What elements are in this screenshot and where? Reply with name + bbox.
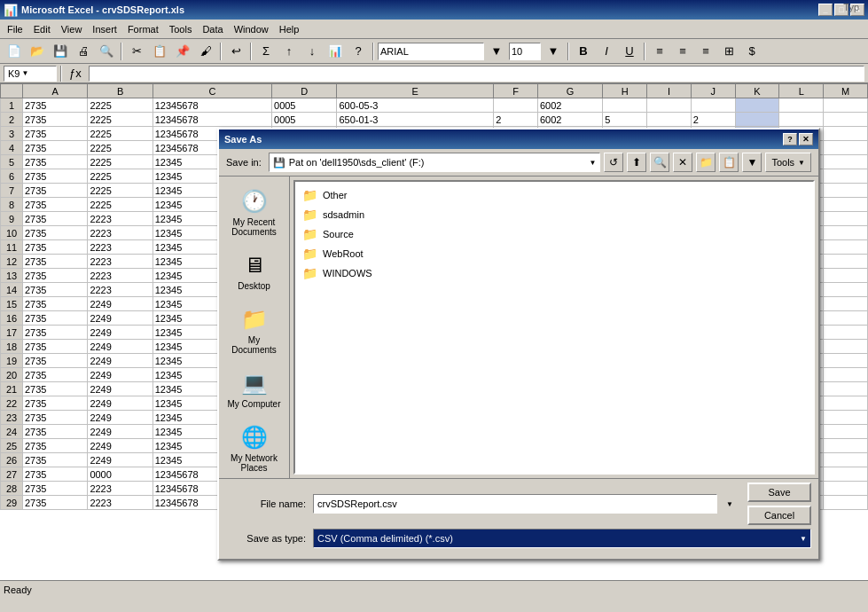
- save-type-arrow: ▼: [800, 535, 807, 543]
- print-preview-button[interactable]: 🔍: [96, 42, 117, 61]
- font-selector[interactable]: [378, 43, 484, 60]
- sidebar-my-computer[interactable]: 💻 My Computer: [224, 365, 285, 412]
- format-painter-button[interactable]: 🖌: [195, 42, 216, 61]
- copy-button[interactable]: 📋: [149, 42, 170, 61]
- new-button[interactable]: 📄: [4, 42, 25, 61]
- toolbar-separator-3: [250, 43, 252, 60]
- save-type-dropdown[interactable]: CSV (Comma delimited) (*.csv) ▼: [313, 529, 811, 548]
- menu-file[interactable]: File: [2, 20, 28, 38]
- currency-button[interactable]: $: [741, 42, 762, 61]
- formula-input[interactable]: [89, 66, 864, 82]
- align-center-button[interactable]: ≡: [672, 42, 693, 61]
- align-left-button[interactable]: ≡: [649, 42, 670, 61]
- folder-name-sdsadmin: sdsadmin: [323, 209, 364, 220]
- dialog-title-buttons[interactable]: ? ✕: [783, 133, 813, 145]
- open-button[interactable]: 📂: [27, 42, 48, 61]
- views-dropdown[interactable]: ▼: [742, 153, 762, 172]
- cancel-button[interactable]: Cancel: [747, 506, 811, 525]
- cell-reference-box[interactable]: K9 ▼: [4, 66, 57, 82]
- file-name-label: File name:: [226, 498, 306, 509]
- dialog-title-bar: Save As ? ✕: [219, 129, 818, 149]
- tools-arrow: ▼: [798, 159, 805, 167]
- file-list: 📁 Other 📁 sdsadmin 📁 Source 📁 WebRoot: [293, 180, 815, 475]
- menu-view[interactable]: View: [56, 20, 88, 38]
- search-web-button[interactable]: 🔍: [650, 153, 669, 172]
- menu-help[interactable]: Help: [274, 20, 305, 38]
- save-type-row: Save as type: CSV (Comma delimited) (*.c…: [226, 529, 811, 548]
- size-dropdown[interactable]: ▼: [543, 42, 564, 61]
- bold-button[interactable]: B: [573, 42, 594, 61]
- status-bar: Ready: [0, 580, 868, 598]
- sidebar-desktop-label: Desktop: [238, 281, 270, 291]
- delete-button[interactable]: ✕: [673, 153, 692, 172]
- dialog-overlay: Save As ? ✕ Save in: 💾 Pat on 'dell1950\…: [0, 83, 868, 580]
- nav-up-button[interactable]: ⬆: [627, 153, 646, 172]
- fx-label: ƒx: [66, 67, 85, 80]
- sidebar-desktop[interactable]: 🖥 Desktop: [224, 247, 285, 294]
- menu-data[interactable]: Data: [197, 20, 228, 38]
- underline-button[interactable]: U: [619, 42, 640, 61]
- paste-button[interactable]: 📌: [172, 42, 193, 61]
- cell-ref-dropdown[interactable]: ▼: [21, 69, 28, 77]
- menu-tools[interactable]: Tools: [164, 20, 198, 38]
- print-button[interactable]: 🖨: [73, 42, 94, 61]
- sidebar-computer-label: My Computer: [228, 399, 281, 409]
- type-label: Typ: [843, 2, 859, 12]
- folder-webroot[interactable]: 📁 WebRoot: [299, 244, 809, 263]
- dialog-body: 🕐 My RecentDocuments 🖥 Desktop 📁 My Docu…: [219, 177, 818, 478]
- minimize-button[interactable]: _: [818, 4, 833, 16]
- sort-asc-button[interactable]: ↑: [278, 42, 300, 61]
- folder-sdsadmin[interactable]: 📁 sdsadmin: [299, 205, 809, 224]
- network-icon: 🌐: [240, 423, 269, 451]
- menu-format[interactable]: Format: [122, 20, 164, 38]
- sidebar-my-network-places[interactable]: 🌐 My NetworkPlaces: [224, 420, 285, 476]
- folder-windows[interactable]: 📁 WINDOWS: [299, 263, 809, 283]
- align-right-button[interactable]: ≡: [695, 42, 716, 61]
- desktop-icon: 🖥: [240, 251, 269, 279]
- font-dropdown[interactable]: ▼: [486, 42, 507, 61]
- folder-source[interactable]: 📁 Source: [299, 224, 809, 244]
- formula-separator: [60, 66, 62, 82]
- merge-button[interactable]: ⊞: [718, 42, 739, 61]
- my-documents-icon: 📁: [240, 305, 269, 333]
- views-button[interactable]: 📋: [719, 153, 739, 172]
- cut-button[interactable]: ✂: [126, 42, 147, 61]
- sidebar-documents-label: My Documents: [228, 335, 281, 355]
- folder-icon-source: 📁: [302, 227, 317, 241]
- font-size-selector[interactable]: [509, 43, 541, 60]
- file-name-arrow[interactable]: ▼: [726, 500, 733, 508]
- help-button[interactable]: ?: [348, 42, 369, 61]
- app-icon: 📊: [4, 4, 18, 17]
- toolbar: 📄 📂 💾 🖨 🔍 ✂ 📋 📌 🖌 ↩ Σ ↑ ↓ 📊 ? ▼ ▼ B I U …: [0, 39, 868, 64]
- menu-insert[interactable]: Insert: [87, 20, 122, 38]
- save-in-dropdown[interactable]: 💾 Pat on 'dell1950\sds_client' (F:) ▼: [269, 153, 601, 172]
- dialog-toolbar: Save in: 💾 Pat on 'dell1950\sds_client' …: [219, 149, 818, 177]
- formula-bar: K9 ▼ ƒx: [0, 64, 868, 83]
- menu-bar: File Edit View Insert Format Tools Data …: [0, 20, 868, 39]
- save-in-label: Save in:: [226, 157, 262, 168]
- sidebar-recent-label: My RecentDocuments: [231, 217, 277, 237]
- folder-other[interactable]: 📁 Other: [299, 185, 809, 205]
- save-button[interactable]: Save: [747, 483, 811, 502]
- undo-button[interactable]: ↩: [225, 42, 246, 61]
- tools-dropdown[interactable]: Tools ▼: [765, 153, 811, 172]
- new-folder-button[interactable]: 📁: [696, 153, 716, 172]
- save-button[interactable]: 💾: [50, 42, 71, 61]
- sidebar-my-recent-documents[interactable]: 🕐 My RecentDocuments: [224, 184, 285, 240]
- sort-desc-button[interactable]: ↓: [301, 42, 323, 61]
- save-in-value: Pat on 'dell1950\sds_client' (F:): [289, 157, 425, 168]
- title-bar: 📊 Microsoft Excel - crvSDSReport.xls _ □…: [0, 0, 868, 20]
- dialog-close-button[interactable]: ✕: [799, 133, 813, 145]
- autosum-button[interactable]: Σ: [255, 42, 277, 61]
- menu-edit[interactable]: Edit: [28, 20, 56, 38]
- toolbar-separator-6: [644, 43, 645, 60]
- dialog-bottom: File name: ▼ Save Cancel Save as type: C…: [219, 478, 818, 559]
- app-title: Microsoft Excel - crvSDSReport.xls: [21, 4, 184, 15]
- chart-button[interactable]: 📊: [325, 42, 346, 61]
- menu-window[interactable]: Window: [229, 20, 274, 38]
- nav-back-button[interactable]: ↺: [604, 153, 623, 172]
- dialog-help-button[interactable]: ?: [783, 133, 797, 145]
- sidebar-my-documents[interactable]: 📁 My Documents: [224, 302, 285, 358]
- file-name-input[interactable]: [313, 494, 717, 514]
- italic-button[interactable]: I: [596, 42, 617, 61]
